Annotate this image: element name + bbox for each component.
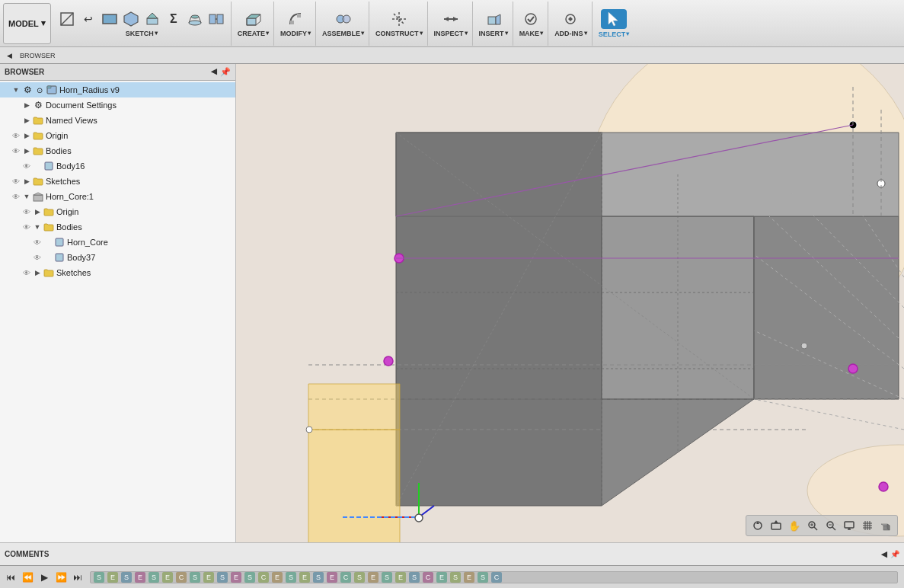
- gear-icon[interactable]: ⚙: [21, 84, 34, 96]
- addins-button[interactable]: [561, 10, 580, 28]
- model-mode-button[interactable]: MODEL ▾: [3, 3, 51, 44]
- timeline-feature-6[interactable]: E: [162, 572, 173, 583]
- tree-expand-arrow[interactable]: ▶: [21, 130, 32, 141]
- eye-icon[interactable]: 👁: [32, 237, 43, 248]
- sketch-label[interactable]: SKETCH ▾: [126, 30, 158, 37]
- eye-icon[interactable]: 👁: [21, 206, 32, 217]
- timeline-feature-21[interactable]: E: [368, 572, 379, 583]
- inspect-button[interactable]: [441, 10, 461, 28]
- make-label[interactable]: MAKE ▾: [519, 30, 544, 37]
- timeline-feature-25[interactable]: C: [423, 572, 433, 583]
- browser-tree-item-horn_core[interactable]: 👁▼Horn_Core:1: [0, 189, 235, 204]
- pattern-button[interactable]: [206, 10, 226, 28]
- modify-label[interactable]: MODIFY ▾: [280, 30, 311, 37]
- timeline-feature-3[interactable]: S: [121, 572, 132, 583]
- construct-button[interactable]: [389, 10, 409, 28]
- box-button[interactable]: [121, 10, 141, 28]
- timeline-feature-10[interactable]: S: [217, 572, 228, 583]
- timeline-feature-27[interactable]: S: [450, 572, 461, 583]
- timeline-feature-4[interactable]: E: [135, 572, 145, 583]
- timeline-feature-28[interactable]: E: [464, 572, 474, 583]
- inspect-label[interactable]: INSPECT ▾: [434, 30, 468, 37]
- zoom-fit-button[interactable]: [804, 517, 821, 534]
- tree-expand-arrow[interactable]: ▶: [21, 145, 32, 156]
- tree-expand-arrow[interactable]: ▼: [32, 222, 43, 232]
- timeline-feature-16[interactable]: E: [299, 572, 310, 583]
- timeline-feature-9[interactable]: E: [203, 572, 214, 583]
- timeline-feature-30[interactable]: C: [491, 572, 502, 583]
- timeline-feature-23[interactable]: E: [395, 572, 406, 583]
- tree-expand-arrow[interactable]: ▼: [21, 191, 32, 202]
- browser-tree-item-sketches2[interactable]: 👁▶Sketches: [0, 265, 235, 280]
- browser-tree-item-named_views[interactable]: ▶Named Views: [0, 113, 235, 128]
- timeline-skip-end-button[interactable]: ⏭: [70, 570, 85, 585]
- browser-tree-item-body37[interactable]: 👁Body37: [0, 250, 235, 265]
- insert-label[interactable]: INSERT ▾: [479, 30, 508, 37]
- view-cube-button[interactable]: [877, 517, 894, 534]
- timeline-step-back-button[interactable]: ⏪: [20, 570, 35, 585]
- timeline-feature-29[interactable]: S: [478, 572, 488, 583]
- select-label[interactable]: SELECT ▾: [599, 30, 630, 38]
- sum-button[interactable]: Σ: [164, 10, 184, 28]
- select-button[interactable]: [601, 9, 627, 29]
- tree-expand-arrow[interactable]: ▶: [21, 176, 32, 187]
- eye-icon[interactable]: 👁: [21, 267, 32, 278]
- eye-icon[interactable]: 👁: [21, 161, 32, 171]
- rectangle-button[interactable]: [100, 10, 120, 28]
- timeline-feature-7[interactable]: C: [176, 572, 187, 583]
- browser-tree-item-body16[interactable]: 👁Body16: [0, 158, 235, 174]
- tree-expand-arrow[interactable]: ▶: [32, 267, 43, 278]
- look-at-button[interactable]: [768, 517, 784, 534]
- browser-toggle[interactable]: BROWSER: [16, 50, 59, 61]
- browser-tree-item-origin1[interactable]: 👁▶Origin: [0, 128, 235, 143]
- tree-expand-arrow[interactable]: ▶: [21, 100, 32, 110]
- timeline-track[interactable]: S E S E S E C S E S E S C E S E S E C S …: [90, 571, 898, 583]
- sketch-create-button[interactable]: [57, 10, 77, 28]
- browser-tree-item-sketches1[interactable]: 👁▶Sketches: [0, 174, 235, 189]
- grid-settings-button[interactable]: [859, 517, 876, 534]
- timeline-feature-5[interactable]: S: [149, 572, 159, 583]
- viewport[interactable]: ✋: [236, 64, 904, 542]
- browser-tree-item-root[interactable]: ▼⚙⊙Horn_Radius v9: [0, 82, 235, 97]
- browser-collapse-icon[interactable]: ◀: [211, 67, 217, 77]
- timeline-feature-8[interactable]: S: [190, 572, 200, 583]
- insert-button[interactable]: [484, 10, 503, 28]
- timeline-feature-2[interactable]: E: [107, 572, 118, 583]
- browser-tree-item-bodies2[interactable]: 👁▼Bodies: [0, 219, 235, 235]
- comments-pin-icon[interactable]: 📌: [890, 550, 899, 558]
- modify-fillet-button[interactable]: [286, 10, 305, 28]
- eye-icon[interactable]: 👁: [11, 130, 21, 141]
- tree-expand-arrow[interactable]: ▼: [11, 85, 21, 95]
- tree-expand-arrow[interactable]: ▶: [32, 206, 43, 217]
- timeline-skip-start-button[interactable]: ⏮: [3, 570, 18, 585]
- browser-tree-item-bodies1[interactable]: 👁▶Bodies: [0, 143, 235, 158]
- timeline-step-forward-button[interactable]: ⏩: [53, 570, 69, 585]
- browser-tree-item-doc_settings[interactable]: ▶⚙Document Settings: [0, 97, 235, 113]
- timeline-feature-18[interactable]: E: [327, 572, 337, 583]
- timeline-feature-19[interactable]: C: [340, 572, 351, 583]
- create-label[interactable]: CREATE ▾: [238, 30, 269, 37]
- assemble-button[interactable]: [334, 10, 353, 28]
- timeline-play-button[interactable]: ▶: [37, 570, 52, 585]
- timeline-feature-17[interactable]: S: [313, 572, 324, 583]
- browser-pin-icon[interactable]: 📌: [220, 67, 231, 77]
- timeline-feature-13[interactable]: C: [258, 572, 269, 583]
- timeline-feature-11[interactable]: E: [231, 572, 241, 583]
- pan-tool-button[interactable]: ✋: [786, 517, 803, 534]
- eye-icon[interactable]: 👁: [21, 222, 32, 232]
- comments-collapse-icon[interactable]: ◀: [881, 550, 887, 558]
- timeline-feature-14[interactable]: E: [272, 572, 283, 583]
- timeline-feature-1[interactable]: S: [94, 572, 104, 583]
- eye-icon[interactable]: 👁: [11, 191, 21, 202]
- make-button[interactable]: [521, 10, 541, 28]
- construct-label[interactable]: CONSTRUCT ▾: [375, 30, 423, 37]
- assemble-label[interactable]: ASSEMBLE ▾: [322, 30, 364, 37]
- eye-icon[interactable]: 👁: [11, 176, 21, 187]
- tree-expand-arrow[interactable]: ▶: [21, 115, 32, 126]
- loft-button[interactable]: [185, 10, 205, 28]
- timeline-feature-12[interactable]: S: [244, 572, 255, 583]
- addins-label[interactable]: ADD-INS ▾: [554, 30, 587, 37]
- timeline-feature-15[interactable]: S: [286, 572, 296, 583]
- orbit-tool-button[interactable]: [749, 517, 766, 534]
- eye-icon[interactable]: 👁: [32, 252, 43, 263]
